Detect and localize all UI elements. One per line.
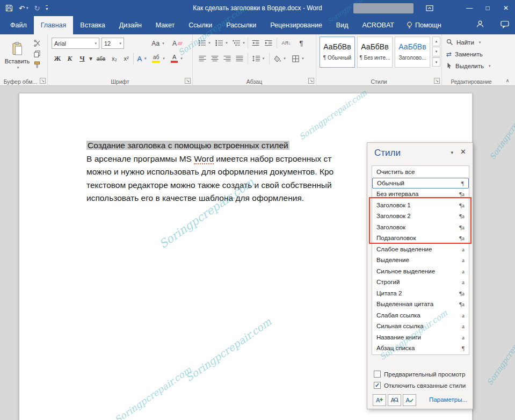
comments-icon[interactable]: [501, 20, 510, 31]
find-button[interactable]: Найти ▾: [446, 39, 481, 46]
maximize-button[interactable]: □: [478, 0, 497, 16]
style-item-subtle-reference[interactable]: Слабая ссылкаа: [372, 310, 469, 321]
style-item-heading1[interactable]: Заголовок 1¶а: [372, 200, 469, 211]
tab-layout[interactable]: Макет: [149, 16, 182, 34]
style-item-emphasis[interactable]: Выделениеа: [372, 255, 469, 266]
superscript-button[interactable]: х²: [121, 53, 132, 64]
clear-formatting-button[interactable]: А: [170, 38, 184, 49]
style-item-heading2[interactable]: Заголовок 2¶а: [372, 211, 469, 222]
style-item-intense-quote[interactable]: Выделенная цитата¶а: [372, 299, 469, 310]
styles-pane-close-icon[interactable]: ✕: [460, 148, 466, 156]
shading-button[interactable]: ▾: [272, 53, 287, 64]
paste-button[interactable]: Вставить ▾: [4, 38, 30, 73]
tab-insert[interactable]: Вставка: [73, 16, 112, 34]
decrease-indent-button[interactable]: [250, 38, 262, 48]
paragraph-dialog-launcher[interactable]: ↘: [308, 78, 314, 84]
document-heading[interactable]: Создание заголовка с помощью встроенных …: [86, 141, 289, 150]
style-item-normal[interactable]: Обычный¶: [372, 178, 469, 189]
font-dialog-launcher[interactable]: ↘: [185, 78, 191, 84]
tab-acrobat[interactable]: ACROBAT: [355, 16, 401, 34]
sign-in-icon[interactable]: [476, 20, 484, 31]
show-marks-button[interactable]: ¶: [296, 38, 307, 48]
minimize-button[interactable]: —: [460, 0, 478, 16]
tab-review[interactable]: Рецензирование: [263, 16, 329, 34]
style-item-book-title[interactable]: Название книгиа: [372, 332, 469, 343]
numbering-button[interactable]: ▾: [214, 38, 229, 48]
new-style-button[interactable]: А: [373, 394, 386, 406]
customize-qat-button[interactable]: ▾: [46, 5, 48, 11]
manage-styles-button[interactable]: А: [403, 394, 416, 406]
disable-linked-checkbox-row[interactable]: ✓ Отключить связанные стили: [374, 382, 466, 389]
increase-indent-button[interactable]: [263, 38, 274, 48]
paste-dropdown-icon[interactable]: ▾: [17, 66, 19, 69]
style-card-heading1[interactable]: АаБбВв Заголово...: [395, 37, 430, 68]
tab-references[interactable]: Ссылки: [182, 16, 219, 34]
bullets-button[interactable]: ▾: [197, 38, 212, 48]
styles-gallery-down-button[interactable]: ▾: [432, 47, 440, 56]
font-size-combo[interactable]: 12▾: [101, 38, 124, 49]
style-inspector-button[interactable]: А: [388, 394, 401, 406]
underline-dropdown-icon[interactable]: ▾: [88, 53, 93, 64]
align-left-button[interactable]: [197, 53, 208, 64]
style-item-strong[interactable]: Строгийа: [372, 277, 469, 288]
close-button[interactable]: ✕: [497, 0, 515, 16]
justify-button[interactable]: [234, 53, 245, 64]
line-spacing-button[interactable]: ▾: [251, 53, 266, 64]
multilevel-list-button[interactable]: ▾: [231, 38, 246, 48]
misspelled-word[interactable]: Word: [194, 154, 214, 164]
style-card-normal[interactable]: АаБбВв ¶ Обычный: [320, 37, 355, 68]
replace-button[interactable]: ⇄ Заменить: [446, 50, 483, 58]
font-color-button[interactable]: А▾: [169, 53, 184, 64]
ribbon-display-options-button[interactable]: [425, 4, 434, 12]
tab-home[interactable]: Главная: [34, 16, 74, 34]
italic-button[interactable]: К: [64, 53, 75, 64]
collapse-ribbon-button[interactable]: ∧: [503, 77, 512, 84]
clipboard-dialog-launcher[interactable]: ↘: [40, 78, 46, 84]
format-painter-button[interactable]: [32, 60, 42, 69]
preview-checkbox-row[interactable]: Предварительный просмотр: [374, 371, 465, 378]
bold-button[interactable]: Ж: [52, 53, 63, 64]
tab-mailings[interactable]: Рассылки: [219, 16, 263, 34]
disable-linked-checkbox[interactable]: ✓: [374, 382, 381, 389]
text-effects-button[interactable]: А▾: [135, 53, 148, 64]
highlight-color-button[interactable]: аб▾: [151, 53, 166, 64]
style-item-subtle-emphasis[interactable]: Слабое выделениеа: [372, 244, 469, 255]
document-text[interactable]: Создание заголовка с помощью встроенных …: [86, 139, 333, 205]
style-item-no-spacing[interactable]: Без интервала¶а: [372, 189, 469, 200]
sort-button[interactable]: АЯ↓: [279, 38, 294, 48]
borders-button[interactable]: ▾: [291, 53, 306, 64]
cut-button[interactable]: [32, 39, 42, 47]
undo-button[interactable]: ↶▾: [19, 4, 28, 12]
underline-button[interactable]: Ч: [77, 53, 88, 64]
tab-file[interactable]: Файл: [3, 16, 34, 34]
select-button[interactable]: Выделить ▾: [446, 62, 491, 69]
align-center-button[interactable]: [209, 53, 220, 64]
document-paragraph-line[interactable]: можно и нужно использовать для оформлени…: [86, 165, 333, 179]
copy-button[interactable]: [32, 49, 42, 58]
account-name-badge[interactable]: [353, 3, 414, 13]
style-item-intense-emphasis[interactable]: Сильное выделениеа: [372, 266, 469, 277]
subscript-button[interactable]: х₂: [109, 53, 120, 64]
options-link[interactable]: Параметры...: [429, 396, 467, 403]
document-paragraph-line[interactable]: В арсенале программы MS Word имеется наб…: [86, 153, 333, 166]
style-item-title[interactable]: Заголовок¶а: [372, 222, 469, 233]
tell-me-assistant[interactable]: Помощн: [401, 16, 447, 34]
style-card-no-spacing[interactable]: АаБбВв ¶ Без инте...: [357, 37, 393, 68]
styles-gallery-more-button[interactable]: ▾: [432, 57, 440, 67]
styles-dialog-launcher[interactable]: ↘: [434, 78, 440, 84]
strikethrough-button[interactable]: абв: [94, 53, 108, 64]
document-paragraph-line[interactable]: текстовом редакторе можно также создать …: [86, 179, 333, 192]
tab-design[interactable]: Дизайн: [112, 16, 149, 34]
style-item-clear-all[interactable]: Очистить все: [372, 166, 469, 178]
style-item-list-paragraph[interactable]: Абзац списка¶: [372, 343, 469, 354]
undo-dropdown-icon[interactable]: ▾: [26, 6, 28, 10]
tab-view[interactable]: Вид: [329, 16, 356, 34]
save-icon[interactable]: [5, 4, 13, 12]
styles-gallery-up-button[interactable]: ▴: [432, 37, 440, 46]
preview-checkbox[interactable]: [374, 371, 381, 378]
align-right-button[interactable]: [222, 53, 233, 64]
change-case-button[interactable]: Аа▾: [150, 38, 166, 49]
styles-pane-menu-icon[interactable]: ▾: [451, 150, 453, 155]
style-item-intense-reference[interactable]: Сильная ссылкаа: [372, 321, 469, 332]
style-item-subtitle[interactable]: Подзаголовок¶а: [372, 233, 469, 244]
